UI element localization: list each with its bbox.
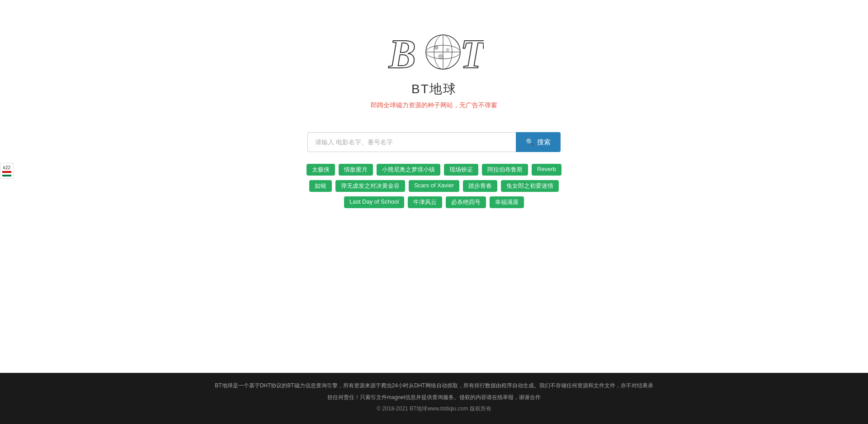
tag-3-1[interactable]: Last Day of School (344, 196, 404, 208)
logo-area: B T BT地球 郎阔全球磁力资源的种子网站，无广告不弹窗 (371, 27, 497, 123)
footer-copyright: © 2018-2021 BT地球www.btdiqiu.com 版权所有 (9, 404, 859, 414)
svg-text:T: T (460, 32, 484, 76)
site-logo: B T (384, 27, 484, 77)
svg-text:B: B (388, 32, 416, 76)
footer: BT地球是一个基于DHT协议的BT磁力信息查询引擎，所有资源来源于爬虫24小时从… (0, 373, 868, 424)
search-button-label: 搜索 (537, 138, 551, 147)
main-content: B T BT地球 郎阔全球磁力资源的种子网站，无广告不弹窗 🔍 (0, 0, 868, 373)
tag-1-1[interactable]: 太极侠 (307, 164, 335, 176)
tag-2-5[interactable]: 兔女郎之初爱迷情 (501, 180, 559, 192)
tag-2-1[interactable]: 如铭 (309, 180, 332, 192)
side-widget: k22 (0, 163, 14, 179)
tags-row-1: 太极侠 情敌蜜月 小熊尼奥之梦境小镇 现场铁证 阿拉伯布鲁斯 Reverb (307, 164, 561, 176)
side-flag-icon (2, 171, 11, 176)
tags-row-3: Last Day of School 牛津风云 必杀绝四号 幸福满屋 (344, 196, 524, 208)
search-button[interactable]: 🔍 搜索 (516, 132, 561, 152)
search-input[interactable] (307, 132, 516, 152)
svg-point-8 (438, 54, 443, 59)
site-title: BT地球 (411, 81, 457, 98)
tag-1-4[interactable]: 现场铁证 (444, 164, 478, 176)
side-text: k22 (3, 165, 10, 170)
tag-2-2[interactable]: 弹无虚发之对决黄金谷 (335, 180, 405, 192)
footer-line1: BT地球是一个基于DHT协议的BT磁力信息查询引擎，所有资源来源于爬虫24小时从… (9, 381, 859, 391)
svg-point-7 (446, 48, 449, 52)
tag-3-4[interactable]: 幸福满屋 (490, 196, 524, 208)
tag-1-6[interactable]: Reverb (532, 164, 561, 176)
tag-1-2[interactable]: 情敌蜜月 (339, 164, 373, 176)
tag-2-4[interactable]: 踏步青春 (463, 180, 497, 192)
tag-3-2[interactable]: 牛津风云 (408, 196, 442, 208)
footer-line2: 担任何责任！只索引文件magnet信息并提供查询服务。侵权的内容请在线举报，谢谢… (9, 393, 859, 403)
tag-1-5[interactable]: 阿拉伯布鲁斯 (482, 164, 528, 176)
tag-1-3[interactable]: 小熊尼奥之梦境小镇 (377, 164, 440, 176)
tags-area: 太极侠 情敌蜜月 小熊尼奥之梦境小镇 现场铁证 阿拉伯布鲁斯 Reverb 如铭… (307, 164, 561, 208)
tag-2-3[interactable]: Scars of Xavier (409, 180, 459, 192)
search-area: 🔍 搜索 (307, 132, 561, 152)
site-subtitle: 郎阔全球磁力资源的种子网站，无广告不弹窗 (371, 101, 497, 110)
tag-3-3[interactable]: 必杀绝四号 (446, 196, 486, 208)
search-icon: 🔍 (526, 138, 534, 146)
svg-point-6 (434, 45, 439, 50)
tags-row-2: 如铭 弹无虚发之对决黄金谷 Scars of Xavier 踏步青春 兔女郎之初… (309, 180, 559, 192)
